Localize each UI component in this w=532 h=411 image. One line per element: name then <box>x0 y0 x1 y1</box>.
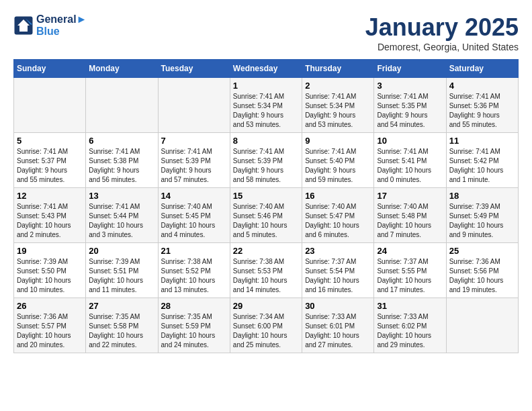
table-row: 5Sunrise: 7:41 AM Sunset: 5:37 PM Daylig… <box>14 133 86 188</box>
day-info: Sunrise: 7:40 AM Sunset: 5:48 PM Dayligh… <box>377 202 443 240</box>
day-number: 29 <box>233 301 299 311</box>
table-row: 20Sunrise: 7:39 AM Sunset: 5:51 PM Dayli… <box>86 243 158 298</box>
table-row: 30Sunrise: 7:33 AM Sunset: 6:01 PM Dayli… <box>302 298 374 353</box>
table-row: 9Sunrise: 7:41 AM Sunset: 5:40 PM Daylig… <box>302 133 374 188</box>
day-info: Sunrise: 7:40 AM Sunset: 5:47 PM Dayligh… <box>305 202 371 240</box>
weekday-header-row: Sunday Monday Tuesday Wednesday Thursday… <box>14 60 519 78</box>
day-number: 18 <box>449 191 515 201</box>
table-row: 26Sunrise: 7:36 AM Sunset: 5:57 PM Dayli… <box>14 298 86 353</box>
table-row: 10Sunrise: 7:41 AM Sunset: 5:41 PM Dayli… <box>374 133 446 188</box>
table-row: 1Sunrise: 7:41 AM Sunset: 5:34 PM Daylig… <box>230 78 302 133</box>
calendar-table: Sunday Monday Tuesday Wednesday Thursday… <box>13 59 519 353</box>
table-row: 8Sunrise: 7:41 AM Sunset: 5:39 PM Daylig… <box>230 133 302 188</box>
table-row <box>86 78 158 133</box>
day-info: Sunrise: 7:39 AM Sunset: 5:50 PM Dayligh… <box>17 257 83 295</box>
day-info: Sunrise: 7:41 AM Sunset: 5:38 PM Dayligh… <box>89 147 154 185</box>
logo-line2: Blue <box>36 26 87 38</box>
table-row <box>446 298 518 353</box>
day-info: Sunrise: 7:38 AM Sunset: 5:52 PM Dayligh… <box>161 257 227 295</box>
table-row: 23Sunrise: 7:37 AM Sunset: 5:54 PM Dayli… <box>302 243 374 298</box>
day-number: 16 <box>305 191 371 201</box>
calendar-week-row: 5Sunrise: 7:41 AM Sunset: 5:37 PM Daylig… <box>14 133 519 188</box>
table-row: 16Sunrise: 7:40 AM Sunset: 5:47 PM Dayli… <box>302 188 374 243</box>
header-sunday: Sunday <box>14 60 86 78</box>
day-info: Sunrise: 7:41 AM Sunset: 5:41 PM Dayligh… <box>377 147 443 185</box>
day-number: 4 <box>449 81 515 91</box>
day-info: Sunrise: 7:36 AM Sunset: 5:57 PM Dayligh… <box>17 312 83 350</box>
calendar-week-row: 26Sunrise: 7:36 AM Sunset: 5:57 PM Dayli… <box>14 298 519 353</box>
day-info: Sunrise: 7:41 AM Sunset: 5:39 PM Dayligh… <box>161 147 227 185</box>
table-row: 14Sunrise: 7:40 AM Sunset: 5:45 PM Dayli… <box>158 188 230 243</box>
table-row: 12Sunrise: 7:41 AM Sunset: 5:43 PM Dayli… <box>14 188 86 243</box>
table-row: 13Sunrise: 7:41 AM Sunset: 5:44 PM Dayli… <box>86 188 158 243</box>
header-thursday: Thursday <box>302 60 374 78</box>
header-friday: Friday <box>374 60 446 78</box>
day-number: 24 <box>377 246 443 256</box>
day-number: 23 <box>305 246 371 256</box>
table-row: 2Sunrise: 7:41 AM Sunset: 5:34 PM Daylig… <box>302 78 374 133</box>
table-row: 24Sunrise: 7:37 AM Sunset: 5:55 PM Dayli… <box>374 243 446 298</box>
day-info: Sunrise: 7:39 AM Sunset: 5:49 PM Dayligh… <box>449 202 515 240</box>
day-number: 6 <box>89 136 154 146</box>
day-number: 7 <box>161 136 227 146</box>
table-row: 28Sunrise: 7:35 AM Sunset: 5:59 PM Dayli… <box>158 298 230 353</box>
day-info: Sunrise: 7:41 AM Sunset: 5:42 PM Dayligh… <box>449 147 515 185</box>
table-row: 11Sunrise: 7:41 AM Sunset: 5:42 PM Dayli… <box>446 133 518 188</box>
day-info: Sunrise: 7:40 AM Sunset: 5:45 PM Dayligh… <box>161 202 227 240</box>
day-number: 20 <box>89 246 154 256</box>
day-info: Sunrise: 7:41 AM Sunset: 5:43 PM Dayligh… <box>17 202 83 240</box>
table-row: 29Sunrise: 7:34 AM Sunset: 6:00 PM Dayli… <box>230 298 302 353</box>
title-block: January 2025 Demorest, Georgia, United S… <box>365 13 519 52</box>
table-row: 4Sunrise: 7:41 AM Sunset: 5:36 PM Daylig… <box>446 78 518 133</box>
day-info: Sunrise: 7:41 AM Sunset: 5:34 PM Dayligh… <box>305 92 371 130</box>
header-saturday: Saturday <box>446 60 518 78</box>
calendar-week-row: 1Sunrise: 7:41 AM Sunset: 5:34 PM Daylig… <box>14 78 519 133</box>
table-row: 18Sunrise: 7:39 AM Sunset: 5:49 PM Dayli… <box>446 188 518 243</box>
day-number: 9 <box>305 136 371 146</box>
day-info: Sunrise: 7:35 AM Sunset: 5:58 PM Dayligh… <box>89 312 154 350</box>
day-number: 30 <box>305 301 371 311</box>
day-info: Sunrise: 7:39 AM Sunset: 5:51 PM Dayligh… <box>89 257 154 295</box>
header-wednesday: Wednesday <box>230 60 302 78</box>
day-info: Sunrise: 7:37 AM Sunset: 5:54 PM Dayligh… <box>305 257 371 295</box>
table-row <box>14 78 86 133</box>
table-row: 15Sunrise: 7:40 AM Sunset: 5:46 PM Dayli… <box>230 188 302 243</box>
header-monday: Monday <box>86 60 158 78</box>
day-number: 27 <box>89 301 154 311</box>
day-number: 15 <box>233 191 299 201</box>
day-info: Sunrise: 7:35 AM Sunset: 5:59 PM Dayligh… <box>161 312 227 350</box>
logo-line1: General► <box>36 13 87 26</box>
calendar-week-row: 12Sunrise: 7:41 AM Sunset: 5:43 PM Dayli… <box>14 188 519 243</box>
day-number: 8 <box>233 136 299 146</box>
table-row: 27Sunrise: 7:35 AM Sunset: 5:58 PM Dayli… <box>86 298 158 353</box>
calendar-week-row: 19Sunrise: 7:39 AM Sunset: 5:50 PM Dayli… <box>14 243 519 298</box>
location-subtitle: Demorest, Georgia, United States <box>365 42 519 52</box>
day-number: 25 <box>449 246 515 256</box>
day-number: 12 <box>17 191 83 201</box>
day-number: 3 <box>377 81 443 91</box>
day-number: 31 <box>377 301 443 311</box>
day-info: Sunrise: 7:41 AM Sunset: 5:40 PM Dayligh… <box>305 147 371 185</box>
table-row: 7Sunrise: 7:41 AM Sunset: 5:39 PM Daylig… <box>158 133 230 188</box>
table-row: 3Sunrise: 7:41 AM Sunset: 5:35 PM Daylig… <box>374 78 446 133</box>
day-number: 22 <box>233 246 299 256</box>
day-info: Sunrise: 7:38 AM Sunset: 5:53 PM Dayligh… <box>233 257 299 295</box>
day-info: Sunrise: 7:41 AM Sunset: 5:39 PM Dayligh… <box>233 147 299 185</box>
day-number: 26 <box>17 301 83 311</box>
logo-icon <box>13 15 34 36</box>
day-info: Sunrise: 7:41 AM Sunset: 5:35 PM Dayligh… <box>377 92 443 130</box>
day-info: Sunrise: 7:41 AM Sunset: 5:36 PM Dayligh… <box>449 92 515 130</box>
page-header: General► Blue January 2025 Demorest, Geo… <box>13 13 519 52</box>
day-number: 14 <box>161 191 227 201</box>
table-row: 31Sunrise: 7:33 AM Sunset: 6:02 PM Dayli… <box>374 298 446 353</box>
day-number: 5 <box>17 136 83 146</box>
table-row: 21Sunrise: 7:38 AM Sunset: 5:52 PM Dayli… <box>158 243 230 298</box>
table-row: 17Sunrise: 7:40 AM Sunset: 5:48 PM Dayli… <box>374 188 446 243</box>
header-tuesday: Tuesday <box>158 60 230 78</box>
day-number: 17 <box>377 191 443 201</box>
day-number: 13 <box>89 191 154 201</box>
month-title: January 2025 <box>365 13 519 42</box>
table-row: 25Sunrise: 7:36 AM Sunset: 5:56 PM Dayli… <box>446 243 518 298</box>
day-info: Sunrise: 7:41 AM Sunset: 5:44 PM Dayligh… <box>89 202 154 240</box>
day-number: 1 <box>233 81 299 91</box>
